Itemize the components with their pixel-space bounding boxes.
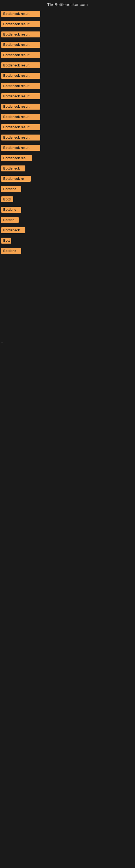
bottleneck-badge-6[interactable]: Bottleneck result — [1, 62, 40, 68]
bottleneck-badge-24[interactable]: Bottlene — [1, 248, 21, 254]
bottleneck-badge-15[interactable]: Bottleneck res — [1, 155, 32, 161]
result-row-18: Bottlene — [0, 184, 135, 195]
result-row-3: Bottleneck result — [0, 30, 135, 40]
bottleneck-badge-1[interactable]: Bottleneck result — [1, 11, 40, 17]
bottleneck-badge-11[interactable]: Bottleneck result — [1, 114, 40, 120]
result-row-2: Bottleneck result — [0, 20, 135, 30]
bottleneck-badge-12[interactable]: Bottleneck result — [1, 124, 40, 130]
result-row-11: Bottleneck result — [0, 112, 135, 123]
bottleneck-badge-7[interactable]: Bottleneck result — [1, 73, 40, 79]
site-title: TheBottlenecker.com — [47, 2, 88, 7]
ellipsis-label: ... — [1, 340, 3, 343]
result-row-14: Bottleneck result — [0, 143, 135, 154]
bottleneck-badge-20[interactable]: Bottlene — [1, 207, 21, 213]
result-row-22: Bottleneck — [0, 226, 135, 236]
result-row-20: Bottlene — [0, 205, 135, 215]
bottleneck-badge-16[interactable]: Bottleneck — [1, 165, 26, 172]
result-row-21: Bottlen — [0, 215, 135, 226]
bottleneck-badge-10[interactable]: Bottleneck result — [1, 104, 40, 110]
result-row-23: Bott — [0, 236, 135, 246]
bottleneck-badge-14[interactable]: Bottleneck result — [1, 145, 40, 151]
results-container: Bottleneck resultBottleneck resultBottle… — [0, 8, 135, 257]
result-row-6: Bottleneck result — [0, 61, 135, 71]
bottleneck-badge-3[interactable]: Bottleneck result — [1, 31, 40, 37]
bottleneck-badge-2[interactable]: Bottleneck result — [1, 21, 40, 27]
result-row-9: Bottleneck result — [0, 92, 135, 102]
result-row-7: Bottleneck result — [0, 71, 135, 82]
bottleneck-badge-8[interactable]: Bottleneck result — [1, 83, 40, 89]
bottleneck-badge-17[interactable]: Bottleneck re — [1, 176, 31, 182]
result-row-4: Bottleneck result — [0, 40, 135, 51]
bottleneck-badge-23[interactable]: Bott — [1, 238, 11, 244]
spacer-section: ... — [0, 257, 135, 365]
result-row-24: Bottlene — [0, 246, 135, 257]
result-row-5: Bottleneck result — [0, 51, 135, 61]
result-row-8: Bottleneck result — [0, 82, 135, 92]
result-row-13: Bottleneck result — [0, 133, 135, 143]
bottleneck-badge-9[interactable]: Bottleneck result — [1, 93, 40, 99]
bottleneck-badge-19[interactable]: Bottl — [1, 196, 13, 203]
bottleneck-badge-5[interactable]: Bottleneck result — [1, 52, 40, 58]
result-row-16: Bottleneck — [0, 164, 135, 174]
bottleneck-badge-18[interactable]: Bottlene — [1, 186, 21, 192]
result-row-19: Bottl — [0, 195, 135, 205]
result-row-12: Bottleneck result — [0, 123, 135, 133]
bottleneck-badge-22[interactable]: Bottleneck — [1, 227, 26, 233]
bottleneck-badge-21[interactable]: Bottlen — [1, 217, 18, 223]
result-row-17: Bottleneck re — [0, 174, 135, 184]
bottleneck-badge-13[interactable]: Bottleneck result — [1, 134, 40, 141]
site-header: TheBottlenecker.com — [0, 0, 135, 8]
result-row-1: Bottleneck result — [0, 9, 135, 20]
bottleneck-badge-4[interactable]: Bottleneck result — [1, 42, 40, 48]
result-row-15: Bottleneck res — [0, 154, 135, 164]
result-row-10: Bottleneck result — [0, 102, 135, 112]
